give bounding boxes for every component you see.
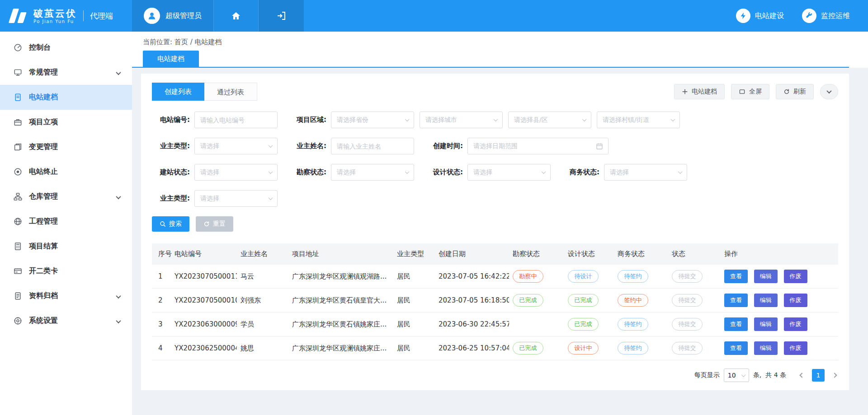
nav-station-build[interactable]: 电站建设	[736, 9, 784, 23]
monitor-icon	[14, 68, 22, 77]
logout-button[interactable]	[259, 0, 304, 32]
cell-owner: 刘强东	[237, 289, 288, 312]
void-button[interactable]: 作废	[784, 317, 807, 331]
view-button[interactable]: 查看	[724, 341, 748, 355]
col-business-status: 商务状态	[614, 243, 668, 265]
breadcrumb-home[interactable]: 首页	[175, 38, 188, 46]
sidebar-item-label: 系统设置	[29, 316, 58, 326]
cell-station-id: YX2023062500004	[171, 336, 237, 360]
station-id-input[interactable]	[194, 112, 278, 128]
table-row: 2 YX2023070500010 刘强东 广东深圳龙华区黄石镇皇官大... 居…	[152, 289, 838, 312]
owner-type-label: 业主类型:	[152, 142, 190, 150]
edit-button[interactable]: 编辑	[754, 294, 778, 307]
province-select[interactable]: 请选择省份	[331, 112, 414, 128]
cell-station-id: YX2023070500010	[171, 289, 237, 312]
per-page-select[interactable]: 10	[724, 368, 749, 382]
sidebar-item-station-termination[interactable]: 电站终止	[0, 159, 132, 184]
city-select[interactable]: 请选择城市	[420, 112, 503, 128]
edit-button[interactable]: 编辑	[754, 270, 778, 283]
design-status-select[interactable]: 请选择	[467, 164, 551, 181]
owner-type-select[interactable]: 请选择	[194, 138, 278, 154]
owner-name-input[interactable]	[331, 138, 414, 154]
build-status-select[interactable]: 请选择	[194, 164, 278, 181]
fullscreen-button[interactable]: 全屏	[731, 84, 769, 99]
chevron-down-icon	[542, 169, 546, 174]
plus-icon	[682, 89, 688, 95]
sidebar-item-warehouse-mgmt[interactable]: 仓库管理	[0, 184, 132, 209]
business-status-select[interactable]: 请选择	[604, 164, 687, 181]
date-range-picker[interactable]: 请选择日期范围	[467, 138, 609, 154]
sidebar-item-general-mgmt[interactable]: 常规管理	[0, 60, 132, 85]
fullscreen-label: 全屏	[749, 88, 762, 96]
next-page-button[interactable]	[831, 372, 838, 379]
filter-row: 业主类型: 请选择	[152, 190, 838, 207]
tab-station-filing[interactable]: 电站建档	[143, 51, 199, 67]
void-button[interactable]: 作废	[784, 341, 807, 355]
sidebar-item-system-settings[interactable]: 系统设置	[0, 308, 132, 333]
sidebar-item-project-settlement[interactable]: 项目结算	[0, 234, 132, 259]
new-station-filing-button[interactable]: 电站建档	[674, 84, 725, 99]
void-button[interactable]: 作废	[784, 294, 807, 307]
design-status-badge: 设计中	[568, 342, 599, 354]
topbar: 破茧云伏 Po Jian Yun Fu 代理端 超级管理员	[0, 0, 868, 32]
user-menu[interactable]: 超级管理员	[132, 0, 213, 32]
edit-button[interactable]: 编辑	[754, 341, 778, 355]
tab-passed-list[interactable]: 通过列表	[204, 83, 257, 101]
sidebar-item-label: 资料归档	[29, 291, 58, 301]
business-status-badge: 待签约	[618, 342, 648, 354]
sidebar-item-station-filing[interactable]: 电站建档	[0, 85, 132, 110]
tab-create-list[interactable]: 创建列表	[152, 83, 204, 101]
current-page[interactable]: 1	[812, 369, 825, 382]
filter-build-status: 建站状态: 请选择	[152, 164, 278, 181]
filter-owner-name: 业主姓名:	[288, 138, 414, 154]
region-select-group: 请选择省份 请选择城市 请选择县/区 请选择村镇/街道	[331, 112, 680, 128]
nav-monitor-ops[interactable]: 监控运维	[802, 9, 850, 23]
refresh-button[interactable]: 刷新	[776, 84, 814, 99]
station-id-label: 电站编号:	[152, 116, 190, 124]
file-icon	[14, 93, 22, 102]
collapse-toolbar-button[interactable]	[820, 84, 838, 99]
chevron-down-icon	[117, 192, 120, 201]
owner-type2-select[interactable]: 请选择	[194, 190, 278, 207]
filter-owner-type-2: 业主类型: 请选择	[152, 190, 278, 207]
prev-page-button[interactable]	[798, 372, 806, 379]
cell-address: 广东深圳龙华区黄石镇姚家庄...	[288, 312, 393, 336]
sidebar-item-change-mgmt[interactable]: 变更管理	[0, 135, 132, 159]
edit-button[interactable]: 编辑	[754, 317, 778, 331]
cell-created: 2023-07-05 16:18:50	[435, 289, 509, 312]
archive-icon	[14, 292, 22, 300]
sidebar: 控制台 常规管理 电站建档 项目立项	[0, 32, 132, 415]
reset-button[interactable]: 重置	[196, 216, 233, 232]
sidebar-item-project-initiation[interactable]: 项目立项	[0, 110, 132, 135]
col-station-id: 电站编号	[171, 243, 237, 265]
cell-owner-type: 居民	[393, 289, 435, 312]
sidebar-item-engineering-mgmt[interactable]: 工程管理	[0, 209, 132, 234]
view-button[interactable]: 查看	[724, 317, 748, 331]
cell-no: 3	[152, 312, 171, 336]
logo-text: 破茧云伏 Po Jian Yun Fu	[33, 8, 77, 24]
cell-no: 4	[152, 336, 171, 360]
view-button[interactable]: 查看	[724, 294, 748, 307]
search-button[interactable]: 搜索	[152, 216, 189, 232]
void-button[interactable]: 作废	[784, 270, 807, 283]
chevron-down-icon	[405, 169, 410, 174]
calendar-icon	[596, 143, 603, 150]
chevron-left-icon	[799, 373, 804, 378]
view-button[interactable]: 查看	[724, 270, 748, 283]
survey-status-select[interactable]: 请选择	[331, 164, 414, 181]
sidebar-item-label: 变更管理	[29, 142, 58, 152]
sidebar-item-class2-card[interactable]: 开二类卡	[0, 259, 132, 284]
cell-station-id: YX2023070500011	[171, 265, 237, 289]
owner-type-placeholder: 请选择	[200, 142, 219, 150]
sidebar-item-console[interactable]: 控制台	[0, 35, 132, 60]
sidebar-item-archives[interactable]: 资料归档	[0, 284, 132, 308]
owner-type2-label: 业主类型:	[152, 194, 190, 203]
town-select[interactable]: 请选择村镇/街道	[597, 112, 680, 128]
county-select[interactable]: 请选择县/区	[508, 112, 591, 128]
cell-created: 2023-07-05 16:42:22	[435, 265, 509, 289]
home-button[interactable]	[213, 0, 259, 32]
design-status-badge: 已完成	[568, 318, 599, 331]
chevron-down-icon	[582, 117, 587, 121]
breadcrumb-separator: /	[190, 38, 193, 46]
settings-icon	[14, 317, 22, 325]
